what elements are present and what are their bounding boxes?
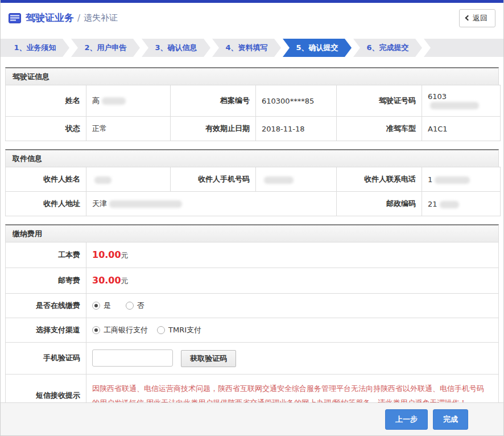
step-bar-filler xyxy=(424,39,503,57)
field-value-work-fee: 10.00元 xyxy=(86,242,499,268)
section-license-info: 驾驶证信息 姓名 高 档案编号 610300****85 驾驶证号码 6103 … xyxy=(5,67,499,141)
finish-button[interactable]: 完成 xyxy=(433,409,468,430)
step-5-confirm-submit[interactable]: 5、确认提交 xyxy=(283,39,352,57)
field-value-channel: 工商银行支付 TMRI支付 xyxy=(86,318,499,343)
delivery-info-table: 收件人姓名 收件人手机号码 收件人联系电话 1 收件人地址 天津 邮政编码 21 xyxy=(5,167,501,216)
field-value-post-fee: 30.00元 xyxy=(86,268,499,294)
field-label-recipient-name: 收件人姓名 xyxy=(6,167,86,192)
redacted-value xyxy=(94,176,111,184)
field-label-online-pay: 是否在线缴费 xyxy=(6,294,86,318)
field-value-status: 正常 xyxy=(86,117,171,141)
table-row: 工本费 10.00元 xyxy=(6,242,499,268)
field-label-vehicle-class: 准驾车型 xyxy=(337,117,422,141)
section-title-payment: 缴纳费用 xyxy=(5,224,499,242)
field-label-sms-notice: 短信接收提示 xyxy=(6,374,86,402)
radio-icon-unchecked[interactable] xyxy=(126,302,134,310)
field-value-recipient-address: 天津 xyxy=(86,192,337,216)
post-fee-amount: 30.00 xyxy=(92,275,121,286)
field-value-sms-code: 获取验证码 xyxy=(86,343,499,375)
footer-actions: 上一步 完成 xyxy=(1,402,503,435)
step-2-declaration[interactable]: 2、用户申告 xyxy=(71,39,140,57)
work-fee-amount: 10.00 xyxy=(92,249,121,260)
work-fee-unit: 元 xyxy=(121,251,129,260)
redacted-value xyxy=(264,176,294,184)
radio-icon-unchecked[interactable] xyxy=(157,326,165,334)
field-value-file-no: 610300****85 xyxy=(256,85,337,117)
field-label-name: 姓名 xyxy=(6,85,86,117)
field-value-recipient-name xyxy=(86,167,171,192)
field-label-sms-code: 手机验证码 xyxy=(6,343,86,375)
radio-icon-checked[interactable] xyxy=(92,326,100,334)
table-row: 状态 正常 有效期止日期 2018-11-18 准驾车型 A1C1 xyxy=(6,117,501,141)
radio-icon-checked[interactable] xyxy=(92,302,100,310)
section-delivery-info: 取件信息 收件人姓名 收件人手机号码 收件人联系电话 1 收件人地址 天津 邮政… xyxy=(5,149,499,216)
table-row: 邮寄费 30.00元 xyxy=(6,268,499,294)
field-label-channel: 选择支付渠道 xyxy=(6,318,86,343)
card-list-icon xyxy=(9,13,21,23)
field-value-online-pay: 是 否 xyxy=(86,294,499,318)
field-label-expiry: 有效期止日期 xyxy=(171,117,256,141)
field-value-postal-code: 21 xyxy=(422,192,501,216)
table-row: 手机验证码 获取验证码 xyxy=(6,343,499,375)
get-code-button[interactable]: 获取验证码 xyxy=(181,350,236,367)
field-label-status: 状态 xyxy=(6,117,86,141)
previous-step-button[interactable]: 上一步 xyxy=(385,409,428,430)
page-title: 驾驶证业务 xyxy=(26,11,74,24)
step-3-confirm-info[interactable]: 3、确认信息 xyxy=(142,39,210,57)
license-info-table: 姓名 高 档案编号 610300****85 驾驶证号码 6103 状态 正常 … xyxy=(5,85,501,141)
redacted-value xyxy=(435,176,470,184)
redacted-value xyxy=(440,201,459,208)
field-value-recipient-mobile xyxy=(256,167,337,192)
page-header: 驾驶证业务 / 遗失补证 返回 xyxy=(1,3,503,33)
breadcrumb-current: 遗失补证 xyxy=(84,13,118,23)
table-row: 选择支付渠道 工商银行支付 TMRI支付 xyxy=(6,318,499,343)
sms-notice-text: 因陕西省联通、电信运营商技术问题，陕西省互联网交通安全综合服务管理平台无法向持陕… xyxy=(92,381,493,403)
radio-online-pay-yes[interactable]: 是 xyxy=(92,301,111,311)
field-label-post-fee: 邮寄费 xyxy=(6,268,86,294)
field-value-license-no: 6103 xyxy=(422,85,501,117)
step-progress-bar: 1、业务须知 2、用户申告 3、确认信息 4、资料填写 5、确认提交 6、完成提… xyxy=(1,39,503,57)
page: 驾驶证业务 / 遗失补证 返回 1、业务须知 2、用户申告 3、确认信息 4、资… xyxy=(0,0,504,436)
redacted-value xyxy=(102,97,126,105)
field-value-sms-notice: 因陕西省联通、电信运营商技术问题，陕西省互联网交通安全综合服务管理平台无法向持陕… xyxy=(86,374,499,402)
field-label-file-no: 档案编号 xyxy=(171,85,256,117)
field-label-recipient-phone: 收件人联系电话 xyxy=(337,167,422,192)
step-1-notice[interactable]: 1、业务须知 xyxy=(1,39,69,57)
table-row: 是否在线缴费 是 否 xyxy=(6,294,499,318)
step-4-fill-data[interactable]: 4、资料填写 xyxy=(212,39,281,57)
field-label-license-no: 驾驶证号码 xyxy=(337,85,422,117)
field-value-name: 高 xyxy=(86,85,171,117)
step-6-complete[interactable]: 6、完成提交 xyxy=(353,39,422,57)
radio-online-pay-no[interactable]: 否 xyxy=(126,301,144,311)
table-row: 收件人地址 天津 邮政编码 21 xyxy=(6,192,501,216)
table-row: 收件人姓名 收件人手机号码 收件人联系电话 1 xyxy=(6,167,501,192)
section-payment: 缴纳费用 工本费 10.00元 邮寄费 30.00元 是否在线缴费 xyxy=(5,224,499,402)
redacted-value xyxy=(430,102,479,109)
field-label-postal-code: 邮政编码 xyxy=(337,192,422,216)
main-content: 驾驶证信息 姓名 高 档案编号 610300****85 驾驶证号码 6103 … xyxy=(1,57,503,402)
section-title-delivery: 取件信息 xyxy=(5,149,499,167)
field-value-vehicle-class: A1C1 xyxy=(422,117,501,141)
breadcrumb-separator: / xyxy=(77,13,80,23)
field-value-recipient-phone: 1 xyxy=(422,167,501,192)
payment-table: 工本费 10.00元 邮寄费 30.00元 是否在线缴费 xyxy=(5,242,499,402)
post-fee-unit: 元 xyxy=(121,277,129,285)
radio-channel-icbc[interactable]: 工商银行支付 xyxy=(92,325,148,335)
sms-code-input[interactable] xyxy=(92,349,173,367)
table-row: 短信接收提示 因陕西省联通、电信运营商技术问题，陕西省互联网交通安全综合服务管理… xyxy=(6,374,499,402)
field-label-recipient-mobile: 收件人手机号码 xyxy=(171,167,256,192)
field-label-work-fee: 工本费 xyxy=(6,242,86,268)
back-button-label: 返回 xyxy=(473,13,488,23)
field-label-recipient-address: 收件人地址 xyxy=(6,192,86,216)
back-button[interactable]: 返回 xyxy=(459,9,495,27)
redacted-value xyxy=(109,200,182,208)
section-title-license: 驾驶证信息 xyxy=(5,67,499,85)
field-value-expiry: 2018-11-18 xyxy=(256,117,337,141)
radio-channel-tmri[interactable]: TMRI支付 xyxy=(157,325,201,335)
table-row: 姓名 高 档案编号 610300****85 驾驶证号码 6103 xyxy=(6,85,501,117)
chevron-left-icon xyxy=(465,15,471,21)
